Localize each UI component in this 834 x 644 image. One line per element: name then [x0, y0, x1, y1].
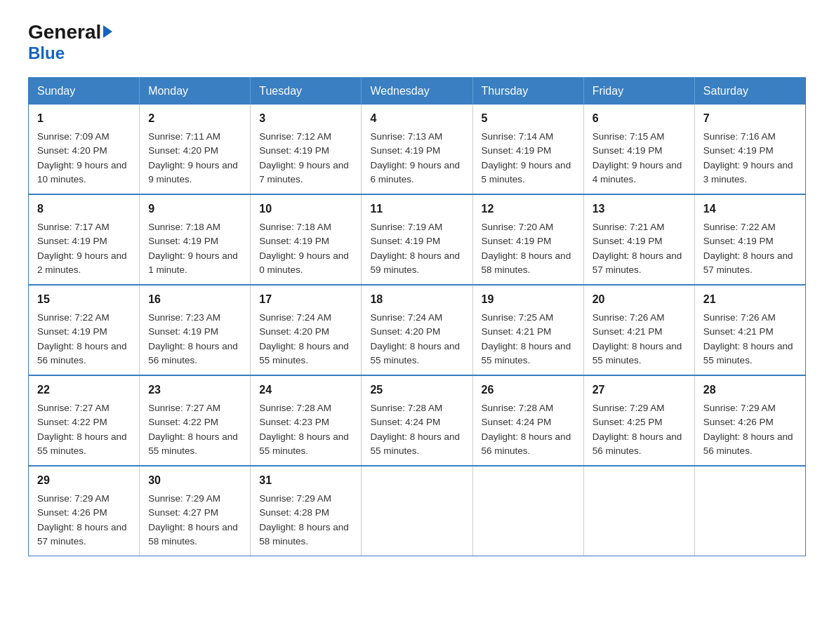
weekday-header-monday: Monday	[140, 78, 251, 105]
calendar-week-4: 22Sunrise: 7:27 AMSunset: 4:22 PMDayligh…	[29, 375, 806, 466]
day-number: 19	[482, 291, 575, 308]
day-number: 5	[482, 110, 575, 127]
weekday-header-sunday: Sunday	[29, 78, 140, 105]
sunset-text: Sunset: 4:19 PM	[37, 234, 131, 248]
calendar-cell: 16Sunrise: 7:23 AMSunset: 4:19 PMDayligh…	[140, 285, 251, 375]
sunset-text: Sunset: 4:19 PM	[482, 234, 575, 248]
sunset-text: Sunset: 4:20 PM	[148, 144, 241, 158]
calendar-cell: 2Sunrise: 7:11 AMSunset: 4:20 PMDaylight…	[140, 105, 251, 194]
sunset-text: Sunset: 4:19 PM	[259, 144, 352, 158]
calendar-cell: 29Sunrise: 7:29 AMSunset: 4:26 PMDayligh…	[29, 466, 140, 556]
day-number: 28	[703, 382, 797, 398]
sunset-text: Sunset: 4:19 PM	[259, 234, 352, 248]
daylight-text: Daylight: 8 hours and 56 minutes.	[37, 340, 131, 368]
sunrise-text: Sunrise: 7:13 AM	[370, 130, 463, 144]
sunrise-text: Sunrise: 7:27 AM	[37, 401, 131, 415]
sunset-text: Sunset: 4:24 PM	[482, 415, 575, 429]
daylight-text: Daylight: 8 hours and 56 minutes.	[703, 430, 797, 459]
day-number: 11	[370, 201, 463, 217]
weekday-header-thursday: Thursday	[472, 78, 583, 105]
sunrise-text: Sunrise: 7:26 AM	[703, 311, 797, 325]
weekday-header-wednesday: Wednesday	[362, 78, 472, 105]
sunset-text: Sunset: 4:22 PM	[148, 415, 241, 429]
sunrise-text: Sunrise: 7:09 AM	[37, 130, 131, 144]
day-number: 10	[259, 201, 352, 217]
calendar-cell: 17Sunrise: 7:24 AMSunset: 4:20 PMDayligh…	[251, 285, 362, 375]
logo-blue: Blue	[28, 43, 65, 63]
calendar-cell: 31Sunrise: 7:29 AMSunset: 4:28 PMDayligh…	[251, 466, 362, 556]
day-number: 18	[370, 291, 463, 308]
logo-general: General	[28, 21, 112, 43]
day-number: 23	[148, 382, 241, 398]
sunrise-text: Sunrise: 7:17 AM	[37, 220, 131, 234]
calendar-cell: 19Sunrise: 7:25 AMSunset: 4:21 PMDayligh…	[472, 285, 583, 375]
day-number: 2	[148, 110, 241, 127]
day-number: 17	[259, 291, 352, 308]
calendar-cell: 5Sunrise: 7:14 AMSunset: 4:19 PMDaylight…	[472, 105, 583, 194]
daylight-text: Daylight: 9 hours and 9 minutes.	[148, 159, 241, 187]
sunrise-text: Sunrise: 7:20 AM	[482, 220, 575, 234]
daylight-text: Daylight: 8 hours and 57 minutes.	[593, 249, 686, 278]
calendar-cell: 6Sunrise: 7:15 AMSunset: 4:19 PMDaylight…	[583, 105, 694, 194]
daylight-text: Daylight: 8 hours and 55 minutes.	[148, 430, 241, 459]
weekday-row: SundayMondayTuesdayWednesdayThursdayFrid…	[29, 78, 806, 105]
sunset-text: Sunset: 4:19 PM	[482, 144, 575, 158]
sunset-text: Sunset: 4:21 PM	[482, 325, 575, 339]
calendar-cell: 26Sunrise: 7:28 AMSunset: 4:24 PMDayligh…	[472, 375, 583, 466]
calendar-cell: 24Sunrise: 7:28 AMSunset: 4:23 PMDayligh…	[251, 375, 362, 466]
day-number: 4	[370, 110, 463, 127]
calendar-week-3: 15Sunrise: 7:22 AMSunset: 4:19 PMDayligh…	[29, 285, 806, 375]
calendar-cell: 15Sunrise: 7:22 AMSunset: 4:19 PMDayligh…	[29, 285, 140, 375]
sunset-text: Sunset: 4:28 PM	[259, 506, 352, 520]
sunrise-text: Sunrise: 7:12 AM	[259, 130, 352, 144]
calendar-cell	[694, 466, 805, 556]
sunrise-text: Sunrise: 7:29 AM	[37, 492, 131, 506]
sunrise-text: Sunrise: 7:24 AM	[370, 311, 463, 325]
calendar-cell: 18Sunrise: 7:24 AMSunset: 4:20 PMDayligh…	[362, 285, 472, 375]
sunrise-text: Sunrise: 7:14 AM	[482, 130, 575, 144]
calendar-cell: 30Sunrise: 7:29 AMSunset: 4:27 PMDayligh…	[140, 466, 251, 556]
sunrise-text: Sunrise: 7:28 AM	[370, 401, 463, 415]
daylight-text: Daylight: 9 hours and 5 minutes.	[482, 159, 575, 187]
sunrise-text: Sunrise: 7:18 AM	[259, 220, 352, 234]
sunrise-text: Sunrise: 7:26 AM	[593, 311, 686, 325]
sunrise-text: Sunrise: 7:15 AM	[593, 130, 686, 144]
daylight-text: Daylight: 8 hours and 55 minutes.	[259, 340, 352, 368]
sunrise-text: Sunrise: 7:18 AM	[148, 220, 241, 234]
daylight-text: Daylight: 9 hours and 7 minutes.	[259, 159, 352, 187]
day-number: 27	[593, 382, 686, 398]
calendar-cell: 7Sunrise: 7:16 AMSunset: 4:19 PMDaylight…	[694, 105, 805, 194]
sunrise-text: Sunrise: 7:22 AM	[703, 220, 797, 234]
day-number: 31	[259, 472, 352, 489]
sunset-text: Sunset: 4:19 PM	[593, 144, 686, 158]
sunset-text: Sunset: 4:19 PM	[593, 234, 686, 248]
calendar-header: SundayMondayTuesdayWednesdayThursdayFrid…	[29, 78, 806, 105]
calendar-cell: 1Sunrise: 7:09 AMSunset: 4:20 PMDaylight…	[29, 105, 140, 194]
sunset-text: Sunset: 4:19 PM	[370, 234, 463, 248]
calendar-cell: 8Sunrise: 7:17 AMSunset: 4:19 PMDaylight…	[29, 194, 140, 285]
sunrise-text: Sunrise: 7:29 AM	[703, 401, 797, 415]
day-number: 6	[593, 110, 686, 127]
calendar-cell: 25Sunrise: 7:28 AMSunset: 4:24 PMDayligh…	[362, 375, 472, 466]
calendar-cell: 20Sunrise: 7:26 AMSunset: 4:21 PMDayligh…	[583, 285, 694, 375]
sunrise-text: Sunrise: 7:28 AM	[259, 401, 352, 415]
sunset-text: Sunset: 4:20 PM	[370, 325, 463, 339]
day-number: 1	[37, 110, 131, 127]
sunrise-text: Sunrise: 7:22 AM	[37, 311, 131, 325]
calendar-cell: 10Sunrise: 7:18 AMSunset: 4:19 PMDayligh…	[251, 194, 362, 285]
calendar-cell: 23Sunrise: 7:27 AMSunset: 4:22 PMDayligh…	[140, 375, 251, 466]
daylight-text: Daylight: 8 hours and 57 minutes.	[37, 521, 131, 549]
day-number: 8	[37, 201, 131, 217]
calendar-week-5: 29Sunrise: 7:29 AMSunset: 4:26 PMDayligh…	[29, 466, 806, 556]
calendar-cell: 11Sunrise: 7:19 AMSunset: 4:19 PMDayligh…	[362, 194, 472, 285]
sunset-text: Sunset: 4:21 PM	[593, 325, 686, 339]
day-number: 7	[703, 110, 797, 127]
calendar-cell	[583, 466, 694, 556]
sunset-text: Sunset: 4:24 PM	[370, 415, 463, 429]
calendar-week-2: 8Sunrise: 7:17 AMSunset: 4:19 PMDaylight…	[29, 194, 806, 285]
sunset-text: Sunset: 4:19 PM	[37, 325, 131, 339]
day-number: 3	[259, 110, 352, 127]
day-number: 26	[482, 382, 575, 398]
day-number: 21	[703, 291, 797, 308]
sunrise-text: Sunrise: 7:21 AM	[593, 220, 686, 234]
